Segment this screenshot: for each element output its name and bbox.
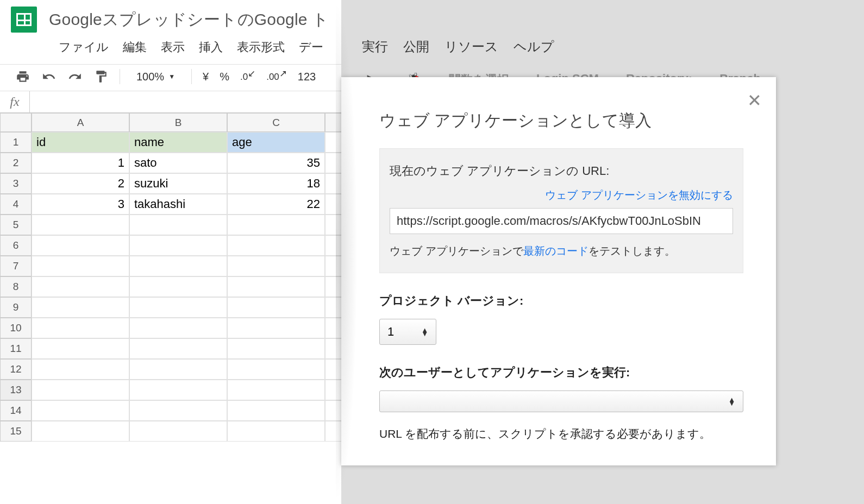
row-header[interactable]: 10: [0, 318, 32, 338]
menu-data[interactable]: デー: [299, 39, 323, 55]
formula-bar[interactable]: [30, 91, 348, 112]
menu-edit[interactable]: 編集: [123, 39, 147, 55]
row-header[interactable]: 1: [0, 132, 32, 153]
row-header[interactable]: 15: [0, 421, 32, 442]
row-header[interactable]: 4: [0, 194, 32, 215]
script-menubar: 実行 公開 リソース ヘルプ: [341, 0, 864, 55]
deploy-webapp-dialog: ✕ ウェブ アプリケーションとして導入 現在のウェブ アプリケーションの URL…: [341, 77, 776, 465]
row-header[interactable]: 2: [0, 153, 32, 173]
cell-c4[interactable]: 22: [227, 194, 325, 215]
row-header[interactable]: 8: [0, 276, 32, 297]
select-all-corner[interactable]: [0, 113, 32, 132]
row-header[interactable]: 13: [0, 380, 32, 400]
sheets-menubar: ファイル 編集 表示 挿入 表示形式 デー: [0, 33, 348, 64]
cell-a1[interactable]: id: [32, 132, 129, 153]
menu-format[interactable]: 表示形式: [237, 39, 285, 55]
zoom-select[interactable]: 100% ▼: [131, 71, 180, 83]
cell-a2[interactable]: 1: [32, 153, 129, 173]
row-header[interactable]: 7: [0, 256, 32, 276]
redo-icon[interactable]: [67, 69, 83, 84]
stepper-icon: ▲▼: [421, 328, 428, 336]
paint-format-icon[interactable]: [93, 69, 109, 84]
runas-select[interactable]: ▲▼: [379, 390, 743, 412]
cell-b2[interactable]: sato: [129, 153, 227, 173]
sheets-icon: [11, 7, 37, 33]
row-header[interactable]: 3: [0, 173, 32, 194]
undo-icon[interactable]: [41, 69, 57, 84]
authorization-note: URL を配布する前に、スクリプトを承認する必要があります。: [341, 412, 776, 444]
cell-c2[interactable]: 35: [227, 153, 325, 173]
disable-webapp-link[interactable]: ウェブ アプリケーションを無効にする: [390, 188, 733, 203]
url-label: 現在のウェブ アプリケーションの URL:: [390, 163, 733, 179]
row-header[interactable]: 9: [0, 297, 32, 318]
menu-insert[interactable]: 挿入: [199, 39, 223, 55]
menu-publish[interactable]: 公開: [403, 38, 429, 55]
currency-format-button[interactable]: ¥: [203, 71, 209, 83]
row-header[interactable]: 11: [0, 338, 32, 359]
url-section: 現在のウェブ アプリケーションの URL: ウェブ アプリケーションを無効にする…: [379, 148, 743, 273]
version-select[interactable]: 1 ▲▼: [379, 319, 436, 345]
webapp-url-input[interactable]: https://script.google.com/macros/s/AKfyc…: [390, 208, 733, 234]
cell-a3[interactable]: 2: [32, 173, 129, 194]
cell-a4[interactable]: 3: [32, 194, 129, 215]
row-header[interactable]: 14: [0, 400, 32, 421]
test-code-text: ウェブ アプリケーションで最新のコードをテストします。: [390, 244, 733, 259]
menu-run[interactable]: 実行: [362, 38, 388, 55]
menu-file[interactable]: ファイル: [59, 39, 109, 55]
decrease-decimal-button[interactable]: .0↙: [240, 71, 255, 83]
col-header-b[interactable]: B: [129, 113, 227, 132]
cell-c3[interactable]: 18: [227, 173, 325, 194]
print-icon[interactable]: [15, 69, 30, 84]
menu-help[interactable]: ヘルプ: [514, 38, 554, 55]
percent-format-button[interactable]: %: [220, 71, 229, 83]
number-format-button[interactable]: 123: [298, 71, 316, 83]
cell-b1[interactable]: name: [129, 132, 227, 153]
col-header-c[interactable]: C: [227, 113, 325, 132]
close-icon[interactable]: ✕: [747, 90, 762, 111]
runas-label: 次のユーザーとしてアプリケーションを実行:: [341, 345, 776, 390]
row-header[interactable]: 12: [0, 359, 32, 380]
spreadsheet-grid[interactable]: A B C 1 id name age 2 1 sato 35 3 2 suzu…: [0, 113, 348, 442]
row-header[interactable]: 5: [0, 215, 32, 235]
cell-b4[interactable]: takahashi: [129, 194, 227, 215]
stepper-icon: ▲▼: [728, 398, 735, 405]
menu-view[interactable]: 表示: [161, 39, 185, 55]
version-label: プロジェクト バージョン:: [341, 273, 776, 319]
document-title[interactable]: GoogleスプレッドシートのGoogle ト: [49, 9, 329, 31]
dialog-title: ウェブ アプリケーションとして導入: [341, 77, 776, 148]
increase-decimal-button[interactable]: .00↗: [266, 71, 287, 83]
col-header-a[interactable]: A: [32, 113, 129, 132]
google-sheets-window: GoogleスプレッドシートのGoogle ト ファイル 編集 表示 挿入 表示…: [0, 0, 348, 504]
latest-code-link[interactable]: 最新のコード: [523, 245, 588, 257]
fx-label: fx: [0, 91, 30, 112]
row-header[interactable]: 6: [0, 235, 32, 256]
menu-resources[interactable]: リソース: [444, 38, 498, 55]
cell-b3[interactable]: suzuki: [129, 173, 227, 194]
sheets-toolbar: 100% ▼ ¥ % .0↙ .00↗ 123: [0, 64, 348, 91]
cell-c1[interactable]: age: [227, 132, 325, 153]
